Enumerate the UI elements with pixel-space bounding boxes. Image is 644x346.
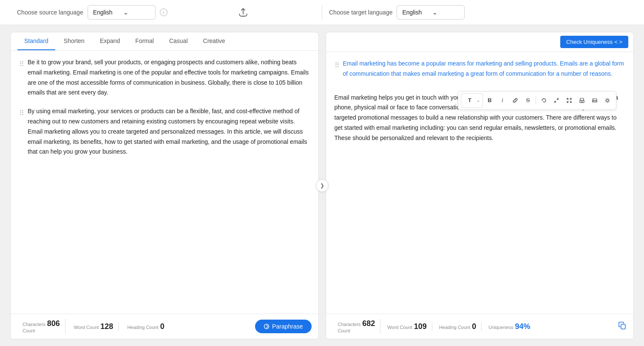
collapse-icon: ❯ bbox=[320, 183, 324, 189]
right-heading-label: Heading Count bbox=[439, 324, 470, 330]
left-word-value: 128 bbox=[100, 322, 113, 331]
svg-rect-1 bbox=[580, 98, 584, 100]
right-paragraph-1-text: Email marketing has become a popular mea… bbox=[343, 59, 625, 79]
tab-standard[interactable]: Standard bbox=[17, 32, 55, 50]
strikethrough-button[interactable]: S bbox=[522, 94, 534, 106]
right-word-label: Word Count bbox=[387, 324, 412, 330]
right-text-area: ⠿ Email marketing has become a popular m… bbox=[326, 52, 634, 314]
right-word-value: 109 bbox=[414, 322, 427, 331]
left-paragraph-2-text: By using email marketing, your services … bbox=[28, 106, 310, 157]
left-text-area: ⠿ Be it to grow your brand, sell your pr… bbox=[11, 51, 318, 314]
right-paragraph-1: ⠿ Email marketing has become a popular m… bbox=[335, 59, 625, 86]
tab-formal[interactable]: Formal bbox=[128, 32, 161, 50]
right-chars-value: 682 bbox=[362, 319, 375, 328]
angle-brackets-icon: < > bbox=[614, 39, 622, 45]
right-toolbar: Check Uniqueness < > bbox=[326, 32, 634, 52]
left-paragraph-2: ⠿ By using email marketing, your service… bbox=[19, 106, 310, 157]
target-language-select[interactable]: English ⌄ bbox=[397, 5, 465, 20]
source-language-value: English bbox=[93, 9, 120, 16]
left-panel: Standard Shorten Expand Formal Casual Cr… bbox=[10, 32, 319, 339]
left-word-label: Word Count bbox=[74, 324, 99, 330]
toolbar-separator-1 bbox=[536, 96, 536, 105]
tab-casual[interactable]: Casual bbox=[162, 32, 195, 50]
right-panel-footer: Characters Count 682 Word Count 109 Head… bbox=[326, 314, 634, 339]
tab-expand[interactable]: Expand bbox=[93, 32, 127, 50]
paraphrase-button[interactable]: Paraphrase bbox=[255, 320, 311, 333]
svg-point-5 bbox=[607, 99, 609, 101]
panels-container: Standard Shorten Expand Formal Casual Cr… bbox=[0, 25, 644, 346]
upload-icon[interactable] bbox=[237, 7, 249, 17]
bold-button[interactable]: B bbox=[484, 94, 496, 106]
right-chars-label: Characters Count bbox=[338, 321, 361, 334]
italic-button[interactable]: i bbox=[496, 94, 508, 106]
sun-button[interactable] bbox=[601, 94, 613, 106]
check-uniqueness-label: Check Uniqueness bbox=[566, 39, 613, 45]
right-uniqueness-value: 94% bbox=[515, 322, 530, 331]
header: Choose source language English ⌄ i Choos… bbox=[0, 0, 644, 25]
tabs-bar: Standard Shorten Expand Formal Casual Cr… bbox=[11, 32, 318, 51]
target-language-label: Choose target language bbox=[329, 9, 392, 16]
left-heading-stat: Heading Count 0 bbox=[122, 322, 169, 331]
drag-handle-2[interactable]: ⠿ bbox=[19, 106, 24, 157]
link-button[interactable] bbox=[509, 94, 521, 106]
copy-button[interactable] bbox=[618, 321, 627, 332]
print-button[interactable] bbox=[576, 94, 588, 106]
formatting-toolbar: T ⌄ B i S bbox=[458, 91, 616, 110]
tab-creative[interactable]: Creative bbox=[196, 32, 232, 50]
expand-button[interactable] bbox=[563, 94, 575, 106]
right-heading-value: 0 bbox=[472, 322, 476, 331]
shrink-button[interactable] bbox=[550, 94, 562, 106]
header-divider bbox=[322, 5, 322, 20]
right-panel: Check Uniqueness < > ⠿ Email marketing h… bbox=[326, 32, 634, 339]
left-panel-footer: Characters Count 806 Word Count 128 Head… bbox=[11, 314, 318, 339]
text-style-button[interactable]: T bbox=[464, 94, 476, 106]
left-word-stat: Word Count 128 bbox=[69, 322, 119, 331]
collapse-panels-button[interactable]: ❯ bbox=[316, 179, 329, 192]
check-uniqueness-button[interactable]: Check Uniqueness < > bbox=[560, 36, 628, 48]
source-language-select[interactable]: English ⌄ bbox=[88, 5, 156, 20]
left-paragraph-1-text: Be it to grow your brand, sell your prod… bbox=[28, 57, 310, 98]
right-paragraph-2-container: T ⌄ B i S bbox=[335, 93, 625, 143]
header-left: Choose source language English ⌄ i bbox=[17, 5, 315, 20]
drag-handle-1[interactable]: ⠿ bbox=[19, 57, 24, 98]
header-right: Choose target language English ⌄ bbox=[329, 5, 627, 20]
target-chevron-icon: ⌄ bbox=[432, 9, 459, 16]
right-heading-stat: Heading Count 0 bbox=[434, 322, 482, 331]
image-button[interactable] bbox=[589, 94, 601, 106]
text-style-chevron: ⌄ bbox=[477, 97, 480, 104]
paraphrase-btn-label: Paraphrase bbox=[272, 323, 303, 330]
left-heading-value: 0 bbox=[160, 322, 165, 331]
right-uniqueness-stat: Uniqueness 94% bbox=[483, 322, 535, 331]
tab-shorten[interactable]: Shorten bbox=[57, 32, 91, 50]
left-paragraph-1: ⠿ Be it to grow your brand, sell your pr… bbox=[19, 57, 310, 98]
right-chars-stat: Characters Count 682 bbox=[333, 319, 381, 334]
right-drag-handle-1[interactable]: ⠿ bbox=[335, 59, 340, 86]
text-format-group: T ⌄ bbox=[461, 93, 483, 108]
right-word-stat: Word Count 109 bbox=[382, 322, 432, 331]
source-language-label: Choose source language bbox=[17, 9, 83, 16]
left-chars-value: 806 bbox=[47, 319, 60, 328]
left-chars-label: Characters Count bbox=[23, 321, 45, 334]
source-chevron-icon: ⌄ bbox=[123, 9, 150, 16]
target-language-value: English bbox=[402, 9, 429, 16]
undo-button[interactable] bbox=[538, 94, 550, 106]
info-icon[interactable]: i bbox=[160, 9, 167, 16]
left-heading-label: Heading Count bbox=[127, 324, 158, 330]
right-uniqueness-label: Uniqueness bbox=[488, 324, 513, 330]
left-chars-stat: Characters Count 806 bbox=[17, 319, 65, 334]
svg-rect-6 bbox=[621, 324, 625, 329]
